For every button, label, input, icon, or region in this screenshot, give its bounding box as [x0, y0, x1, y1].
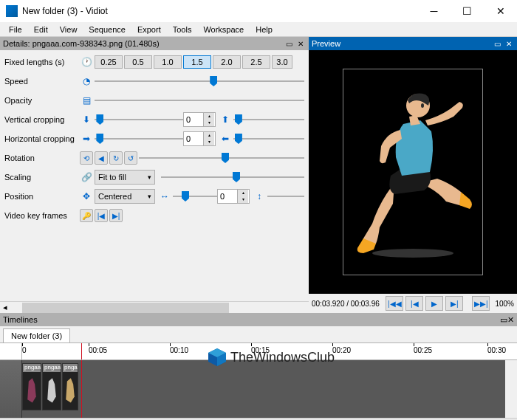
svg-point-2	[421, 103, 424, 108]
scaling-slider[interactable]	[161, 172, 304, 182]
hcrop-label: Horizontal cropping	[4, 134, 80, 143]
horizontal-icon[interactable]: ↔	[158, 190, 171, 202]
preview-time: 00:03.920 / 00:03.96	[312, 300, 380, 308]
window-title: New folder (3) - Vidiot	[22, 6, 417, 16]
length-0-25[interactable]: 0.25	[95, 55, 123, 69]
tick-20: 00:20	[332, 346, 351, 354]
app-icon	[6, 5, 18, 17]
gauge-icon: ◔	[80, 75, 93, 87]
menu-view[interactable]: View	[54, 24, 83, 35]
timeline-tab[interactable]: New folder (3)	[3, 328, 70, 342]
preview-restore-icon[interactable]: ▭	[492, 38, 502, 49]
length-2-5[interactable]: 2.5	[242, 55, 270, 69]
clock-icon[interactable]: 🕐	[80, 56, 93, 68]
watermark: TheWindowsClub	[207, 347, 335, 368]
tick-5: 00:05	[89, 346, 107, 354]
rotate-cw-icon[interactable]: ↻	[109, 151, 123, 165]
menu-help[interactable]: Help	[250, 24, 278, 35]
opacity-slider[interactable]	[95, 95, 304, 106]
vcrop-input[interactable]: ▴▾	[183, 112, 216, 127]
menubar: File Edit View Sequence Export Tools Wor…	[0, 22, 517, 37]
timeline-vscroll[interactable]	[505, 360, 517, 418]
preview-close-icon[interactable]: ✕	[504, 38, 514, 49]
minimize-button[interactable]: ─	[417, 0, 451, 22]
speed-label: Speed	[4, 77, 80, 86]
vcrop-bottom-slider[interactable]	[233, 114, 304, 125]
timelines-title: Timelines	[3, 315, 500, 324]
hcrop-left-slider[interactable]	[95, 134, 183, 144]
arrow-left-icon[interactable]: ⬅	[219, 133, 232, 145]
playhead-body[interactable]	[81, 360, 82, 418]
rotate-ccw-icon[interactable]: ↺	[124, 151, 137, 165]
svg-point-0	[372, 249, 453, 258]
windowsclub-icon	[207, 347, 227, 368]
keyframes-label: Video key frames	[4, 211, 80, 220]
tick-25: 00:25	[414, 346, 432, 354]
goto-start-button[interactable]: |◀◀	[386, 296, 403, 311]
position-input[interactable]: ▴▾	[217, 189, 250, 204]
menu-sequence[interactable]: Sequence	[83, 24, 131, 35]
position-y-slider[interactable]	[267, 191, 304, 202]
step-back-button[interactable]: |◀	[405, 296, 423, 311]
position-mode-combo[interactable]: Centered	[95, 189, 155, 204]
rotate-reset-icon[interactable]: ⟲	[80, 151, 93, 165]
tick-30: 00:30	[487, 346, 506, 354]
length-2-0[interactable]: 2.0	[213, 55, 241, 69]
clip-2[interactable]: pngaaa	[42, 363, 61, 410]
lock-icon[interactable]: 🔗	[80, 171, 93, 183]
menu-tools[interactable]: Tools	[167, 24, 198, 35]
length-1-5[interactable]: 1.5	[183, 55, 211, 69]
menu-export[interactable]: Export	[131, 24, 167, 35]
length-1-0[interactable]: 1.0	[154, 55, 182, 69]
speed-slider[interactable]	[95, 76, 304, 86]
timelines-close-icon[interactable]: ✕	[507, 315, 514, 325]
timeline-track[interactable]: pngaaa pngaaa pnga	[22, 360, 505, 418]
close-button[interactable]: ✕	[484, 0, 517, 22]
timelines-restore-icon[interactable]: ▭	[500, 315, 507, 325]
panel-close-icon[interactable]: ✕	[295, 38, 306, 49]
position-x-slider[interactable]	[173, 191, 217, 202]
keyframe-next-icon[interactable]: ▶|	[109, 209, 123, 222]
details-title: Details: pngaaa.com-938343.png (01.480s)	[3, 39, 282, 48]
details-panel: Details: pngaaa.com-938343.png (01.480s)…	[0, 37, 309, 313]
opacity-icon: ▤	[80, 94, 93, 106]
arrow-down-icon[interactable]: ⬇	[80, 114, 93, 125]
tick-10: 00:10	[170, 346, 188, 354]
rotation-slider[interactable]	[139, 153, 304, 163]
hcrop-right-slider[interactable]	[233, 134, 304, 144]
keyframe-prev-icon[interactable]: |◀	[95, 209, 108, 222]
clip-1[interactable]: pngaaa	[22, 363, 41, 410]
playhead[interactable]	[81, 343, 82, 359]
length-3-0[interactable]: 3.0	[272, 55, 292, 69]
rotation-label: Rotation	[4, 154, 80, 162]
menu-workspace[interactable]: Workspace	[197, 24, 250, 35]
tick-0: 0	[22, 346, 27, 354]
maximize-button[interactable]: ☐	[451, 0, 484, 22]
vcrop-top-slider[interactable]	[95, 114, 183, 125]
rotate-left-icon[interactable]: ◀	[95, 151, 108, 165]
opacity-label: Opacity	[4, 96, 80, 105]
arrow-up-icon[interactable]: ⬆	[219, 114, 232, 125]
vcrop-label: Vertical cropping	[4, 115, 80, 124]
scaling-mode-combo[interactable]: Fit to fill	[95, 170, 155, 185]
arrow-right-icon[interactable]: ➡	[80, 133, 93, 145]
move-icon[interactable]: ✥	[80, 190, 93, 202]
hcrop-input[interactable]: ▴▾	[183, 131, 216, 146]
goto-end-button[interactable]: ▶▶|	[472, 296, 490, 311]
clip-3[interactable]: pnga	[62, 363, 78, 410]
preview-panel: Preview ▭ ✕	[309, 37, 517, 313]
details-scrollbar[interactable]: ◂	[0, 301, 309, 313]
menu-edit[interactable]: Edit	[28, 24, 54, 35]
zoom-level: 100%	[495, 300, 514, 308]
scaling-label: Scaling	[4, 173, 80, 182]
menu-file[interactable]: File	[3, 24, 28, 35]
length-0-5[interactable]: 0.5	[124, 55, 152, 69]
runner-image	[350, 80, 476, 264]
fixed-lengths-label: Fixed lengths (s)	[4, 58, 80, 66]
keyframe-key-icon[interactable]: 🔑	[80, 209, 93, 222]
panel-restore-icon[interactable]: ▭	[284, 38, 294, 49]
preview-title: Preview	[312, 39, 490, 48]
step-forward-button[interactable]: ▶|	[445, 296, 463, 311]
play-button[interactable]: ▶	[425, 296, 443, 311]
vertical-icon[interactable]: ↕	[253, 190, 266, 202]
